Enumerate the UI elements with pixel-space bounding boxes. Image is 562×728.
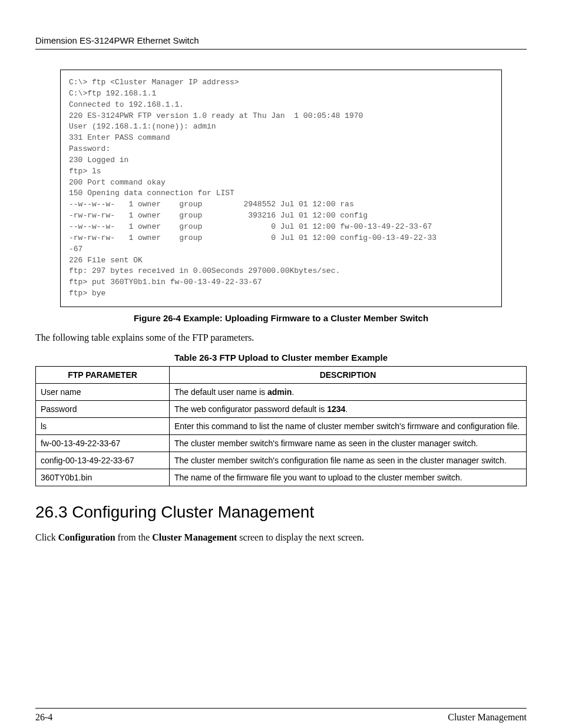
- table-cell-desc: The cluster member switch's firmware nam…: [170, 434, 527, 452]
- table-caption: Table 26-3 FTP Upload to Cluster member …: [35, 353, 527, 363]
- desc-text: The default user name is: [174, 387, 267, 397]
- desc-text: The name of the firmware file you want t…: [174, 473, 462, 482]
- table-row: Password The web configurator password d…: [36, 400, 527, 417]
- table-cell-desc: The web configurator password default is…: [170, 400, 527, 417]
- desc-text: Enter this command to list the name of c…: [174, 421, 520, 431]
- table-header-desc: DESCRIPTION: [170, 366, 527, 383]
- table-row: config-00-13-49-22-33-67 The cluster mem…: [36, 452, 527, 469]
- footer-section-name: Cluster Management: [448, 712, 527, 723]
- table-cell-param: ls: [36, 417, 170, 434]
- desc-text: The web configurator password default is: [174, 404, 327, 414]
- body-text: screen to display the next screen.: [237, 532, 363, 542]
- desc-bold: admin: [267, 387, 292, 397]
- table-row: ls Enter this command to list the name o…: [36, 417, 527, 434]
- desc-text: The cluster member switch's firmware nam…: [174, 439, 478, 448]
- table-cell-param: Password: [36, 400, 170, 417]
- section-body: Click Configuration from the Cluster Man…: [35, 532, 527, 543]
- table-cell-param: 360TY0b1.bin: [36, 469, 170, 486]
- table-cell-desc: Enter this command to list the name of c…: [170, 417, 527, 434]
- table-header-param: FTP PARAMETER: [36, 366, 170, 383]
- footer-page-number: 26-4: [35, 712, 52, 723]
- section-number: 26.3: [35, 503, 68, 521]
- table-cell-desc: The cluster member switch's configuratio…: [170, 452, 527, 469]
- desc-text: .: [345, 404, 348, 414]
- desc-bold: 1234: [327, 404, 345, 414]
- body-text: Click: [35, 532, 58, 542]
- desc-text: The cluster member switch's configuratio…: [174, 456, 507, 465]
- table-cell-desc: The default user name is admin.: [170, 383, 527, 400]
- table-row: User name The default user name is admin…: [36, 383, 527, 400]
- body-text: from the: [115, 532, 153, 542]
- section-title: Configuring Cluster Management: [72, 503, 314, 521]
- page-header: Dimension ES-3124PWR Ethernet Switch: [35, 35, 527, 50]
- table-cell-param: fw-00-13-49-22-33-67: [36, 434, 170, 452]
- ftp-parameters-table: FTP PARAMETER DESCRIPTION User name The …: [35, 366, 527, 486]
- table-row: 360TY0b1.bin The name of the firmware fi…: [36, 469, 527, 486]
- intro-paragraph: The following table explains some of the…: [35, 332, 527, 343]
- table-row: fw-00-13-49-22-33-67 The cluster member …: [36, 434, 527, 452]
- table-cell-param: User name: [36, 383, 170, 400]
- code-block: C:\> ftp <Cluster Manager IP address> C:…: [60, 70, 502, 307]
- body-bold: Configuration: [58, 532, 115, 542]
- body-bold: Cluster Management: [152, 532, 237, 542]
- header-title-text: Dimension ES-3124PWR Ethernet Switch: [35, 35, 199, 45]
- table-cell-param: config-00-13-49-22-33-67: [36, 452, 170, 469]
- table-cell-desc: The name of the firmware file you want t…: [170, 469, 527, 486]
- desc-text: .: [292, 387, 294, 397]
- page-footer: 26-4 Cluster Management: [35, 708, 527, 723]
- section-heading: 26.3 Configuring Cluster Management: [35, 503, 527, 522]
- table-header-row: FTP PARAMETER DESCRIPTION: [36, 366, 527, 383]
- figure-caption: Figure 26-4 Example: Uploading Firmware …: [35, 313, 527, 323]
